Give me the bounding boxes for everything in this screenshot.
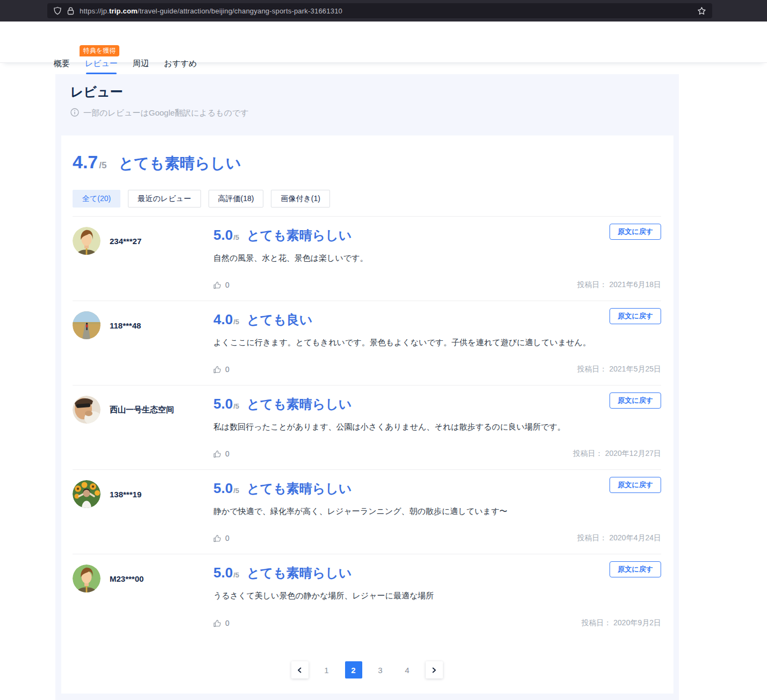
filter-recent[interactable]: 最近のレビュー [128, 190, 200, 208]
filter-high-rating[interactable]: 高評価(18) [209, 190, 264, 208]
pagination-page-2-active[interactable]: 2 [345, 661, 362, 678]
browser-bar: https://jp.trip.com/travel-guide/attract… [0, 0, 767, 22]
review-date: 投稿日： 2020年12月27日 [573, 449, 661, 459]
pagination-next-button[interactable] [426, 661, 443, 678]
reviewer-name: 138***19 [110, 490, 141, 499]
tab-nearby[interactable]: 周辺 [133, 59, 149, 69]
bookmark-star-icon[interactable] [697, 6, 706, 16]
review-comment: うるさくて美しい景色の静かな場所、レジャーに最適な場所 [213, 590, 661, 601]
like-count: 0 [225, 534, 230, 542]
thumbs-up-icon [213, 366, 221, 374]
like-button[interactable]: 0 [213, 281, 230, 289]
rating-outof: /5 [99, 160, 106, 171]
avatar-photo-face-sunglasses [73, 396, 101, 424]
review-title: とても良い [247, 311, 312, 328]
lock-icon[interactable] [67, 7, 74, 15]
avatar-cartoon-male-khaki [73, 227, 101, 255]
restore-original-button[interactable]: 原文に戻す [610, 308, 661, 324]
thumbs-up-icon [213, 281, 221, 289]
like-count: 0 [225, 281, 230, 289]
review-date: 投稿日： 2021年6月18日 [577, 280, 661, 290]
review-score-outof: /5 [233, 487, 239, 495]
review-comment: よくここに行きます。とてもきれいです。景色もよくないです。子供を連れて遊びに適し… [213, 337, 661, 348]
reviewer-name: 234***27 [110, 237, 141, 246]
review-score: 5.0 [213, 480, 233, 497]
page-nav-bar: 特典を獲得 概要 レビュー 周辺 おすすめ [0, 22, 767, 63]
review-item-5: M23***00 5.0 /5 とても素晴らしい うるさくて美しい景色の静かな場… [73, 554, 661, 639]
pagination: 1 2 3 4 [73, 661, 661, 678]
review-score-outof: /5 [233, 571, 239, 579]
filter-all[interactable]: 全て(20) [73, 190, 120, 208]
chevron-left-icon [297, 667, 303, 673]
promo-badge: 特典を獲得 [80, 45, 119, 56]
review-score-outof: /5 [233, 402, 239, 410]
restore-original-button[interactable]: 原文に戻す [610, 477, 661, 493]
reviews-card: 4.7 /5 とても素晴らしい 全て(20) 最近のレビュー 高評価(18) 画… [61, 135, 673, 694]
chevron-right-icon [431, 667, 437, 673]
avatar-photo-woman-sunflowers [73, 480, 101, 508]
review-title: とても素晴らしい [247, 565, 352, 582]
section-title: レビュー [70, 83, 664, 101]
like-button[interactable]: 0 [213, 449, 230, 458]
rating-label: とても素晴らしい [118, 153, 241, 174]
restore-original-button[interactable]: 原文に戻す [610, 224, 661, 240]
translation-notice: 一部のレビューはGoogle翻訳によるものです [83, 108, 249, 118]
tab-reviews[interactable]: レビュー [85, 59, 118, 69]
reviewer-name: M23***00 [110, 574, 144, 583]
review-comment: 私は数回行ったことがあります、公園は小さくありません、それは散歩するのに良い場所… [213, 421, 661, 432]
filter-with-images[interactable]: 画像付き(1) [271, 190, 329, 208]
review-title: とても素晴らしい [247, 396, 352, 413]
review-score-outof: /5 [233, 233, 239, 241]
restore-original-button[interactable]: 原文に戻す [610, 392, 661, 409]
review-title: とても素晴らしい [247, 227, 352, 244]
like-button[interactable]: 0 [213, 534, 230, 542]
like-count: 0 [225, 449, 230, 458]
review-item-3: 西山一号生态空间 5.0 /5 とても素晴らしい 私は数回行ったことがあります、… [73, 385, 661, 470]
review-comment: 静かで快適で、緑化率が高く、レジャーランニング、朝の散歩に適しています〜 [213, 505, 661, 517]
review-item-1: 234***27 5.0 /5 とても素晴らしい 自然の風景、水と花、景色は楽し… [73, 217, 661, 301]
avatar-photo-field-walker [73, 311, 101, 339]
review-score-outof: /5 [233, 318, 239, 326]
pagination-page-4[interactable]: 4 [399, 661, 416, 678]
url-bar[interactable]: https://jp.trip.com/travel-guide/attract… [47, 3, 712, 18]
rating-summary: 4.7 /5 とても素晴らしい [73, 152, 661, 174]
restore-original-button[interactable]: 原文に戻す [610, 561, 661, 577]
tab-overview[interactable]: 概要 [54, 59, 70, 69]
review-item-2: 118***48 4.0 /5 とても良い よくここに行きます。とてもきれいです… [73, 301, 661, 385]
review-comment: 自然の風景、水と花、景色は楽しいです。 [213, 252, 661, 263]
review-date: 投稿日： 2020年9月2日 [581, 618, 661, 628]
reviewer-name: 118***48 [110, 321, 141, 330]
pagination-page-1[interactable]: 1 [318, 661, 335, 678]
shield-icon[interactable] [53, 6, 62, 15]
review-score: 5.0 [213, 565, 233, 581]
like-count: 0 [225, 365, 230, 374]
like-count: 0 [225, 619, 230, 627]
review-date: 投稿日： 2020年4月24日 [577, 533, 661, 543]
review-item-4: 138***19 5.0 /5 とても素晴らしい 静かで快適で、緑化率が高く、レ… [73, 470, 661, 554]
thumbs-up-icon [213, 534, 221, 542]
review-score: 4.0 [213, 311, 233, 328]
avatar-cartoon-male-green [73, 565, 101, 592]
review-title: とても素晴らしい [247, 480, 352, 497]
url-text: https://jp.trip.com/travel-guide/attract… [80, 7, 342, 15]
review-date: 投稿日： 2021年5月25日 [577, 365, 661, 374]
pagination-page-3[interactable]: 3 [372, 661, 389, 678]
review-score: 5.0 [213, 396, 233, 412]
like-button[interactable]: 0 [213, 365, 230, 374]
tab-recommended[interactable]: おすすめ [164, 59, 197, 69]
thumbs-up-icon [213, 450, 221, 458]
like-button[interactable]: 0 [213, 619, 230, 627]
thumbs-up-icon [213, 619, 221, 627]
reviewer-name: 西山一号生态空间 [110, 405, 174, 415]
filter-bar: 全て(20) 最近のレビュー 高評価(18) 画像付き(1) [73, 190, 661, 208]
info-icon [70, 108, 79, 118]
rating-score: 4.7 [73, 152, 98, 173]
tab-bar: 概要 レビュー 周辺 おすすめ [54, 59, 197, 69]
pagination-prev-button[interactable] [291, 661, 309, 678]
reviews-section: レビュー 一部のレビューはGoogle翻訳によるものです 4.7 /5 とても素… [55, 74, 679, 700]
review-score: 5.0 [213, 227, 233, 244]
